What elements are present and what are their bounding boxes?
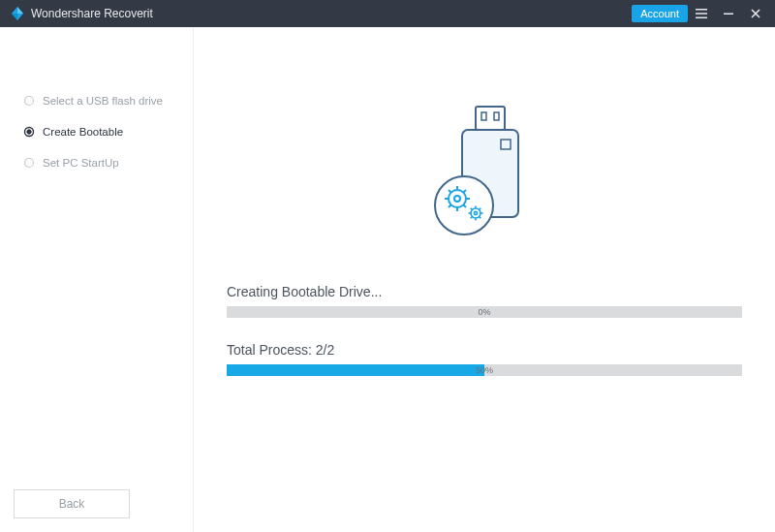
step-label: Create Bootable (43, 126, 123, 138)
svg-point-12 (25, 159, 34, 168)
app-logo-title: Wondershare Recoverit (10, 6, 153, 21)
step-bullet-icon (23, 95, 35, 107)
step-label: Set PC StartUp (43, 157, 119, 169)
svg-rect-5 (696, 17, 707, 19)
svg-point-9 (25, 97, 34, 106)
progress-percent-text: 0% (478, 307, 490, 317)
usb-gear-icon (412, 95, 557, 240)
step-bullet-icon (23, 157, 35, 169)
usb-drive-illustration (223, 95, 746, 240)
progress-bar: 0% (227, 306, 742, 318)
back-button[interactable]: Back (14, 489, 130, 518)
step-create-bootable[interactable]: Create Bootable (0, 116, 193, 147)
svg-marker-2 (12, 14, 17, 20)
minimize-button[interactable] (715, 0, 742, 27)
step-select-usb[interactable]: Select a USB flash drive (0, 85, 193, 116)
creating-bootable-progress: Creating Bootable Drive... 0% (227, 284, 742, 318)
total-process-progress: Total Process: 2/2 50% (227, 342, 742, 376)
hamburger-icon (695, 7, 708, 20)
sidebar: Select a USB flash drive Create Bootable… (0, 27, 194, 532)
close-icon (749, 7, 762, 20)
progress-fill (227, 364, 484, 376)
svg-rect-3 (696, 9, 707, 11)
account-button[interactable]: Account (632, 5, 688, 22)
app-title: Wondershare Recoverit (31, 7, 153, 20)
titlebar: Wondershare Recoverit Account (0, 0, 775, 27)
minimize-icon (722, 7, 735, 20)
main-panel: Creating Bootable Drive... 0% Total Proc… (194, 27, 775, 532)
step-set-pc-startup[interactable]: Set PC StartUp (0, 147, 193, 178)
svg-marker-1 (17, 7, 23, 14)
close-button[interactable] (742, 0, 769, 27)
svg-rect-14 (476, 107, 505, 130)
svg-rect-4 (696, 13, 707, 15)
step-bullet-icon (23, 126, 35, 138)
progress-label: Total Process: 2/2 (227, 342, 742, 358)
app-logo-icon (10, 6, 25, 21)
progress-percent-text: 50% (476, 365, 493, 375)
svg-rect-6 (724, 14, 733, 16)
progress-label: Creating Bootable Drive... (227, 284, 742, 299)
progress-bar: 50% (227, 364, 742, 376)
step-label: Select a USB flash drive (43, 95, 163, 107)
menu-button[interactable] (688, 0, 715, 27)
svg-point-11 (27, 130, 31, 134)
